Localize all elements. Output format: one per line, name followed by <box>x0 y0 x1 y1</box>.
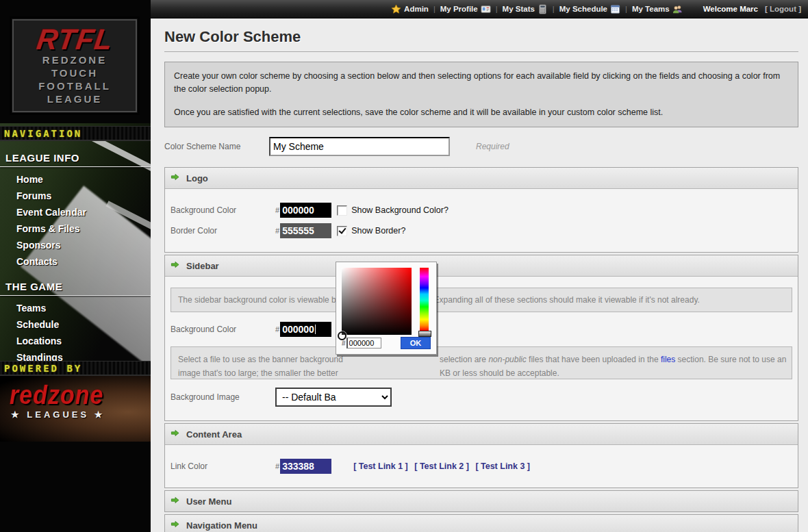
top-user-bar: Admin | My Profile | My Stats | My Sched… <box>151 0 808 18</box>
hex-color-input[interactable] <box>346 338 381 349</box>
league-logo[interactable]: RTFL REDZONE TOUCH FOOTBALL LEAGUE <box>12 19 137 112</box>
intro-info-box: Create your own color scheme by choosing… <box>164 62 798 127</box>
show-background-color-checkbox[interactable] <box>337 205 347 216</box>
sidebar-background-color-swatch[interactable]: 000000 <box>280 322 331 337</box>
section-content-area-header[interactable]: Content Area <box>165 424 798 445</box>
text-caret <box>315 325 316 334</box>
sidebar-item-teams[interactable]: Teams <box>0 300 151 316</box>
sidebar-item-event-calendar[interactable]: Event Calendar <box>0 204 151 220</box>
section-navigation-menu-title: Navigation Menu <box>186 520 257 531</box>
banner-note-fragment: KB or less should be acceptable. <box>440 367 559 379</box>
sidebar-navigation: LEAGUE INFO Home Forums Event Calendar F… <box>0 144 151 382</box>
check-icon <box>339 226 346 234</box>
calendar-icon <box>610 4 620 14</box>
section-navigation-menu-header[interactable]: Navigation Menu <box>165 515 798 532</box>
section-sidebar-header[interactable]: Sidebar <box>165 255 798 277</box>
logo-line: FOOTBALL <box>38 79 111 92</box>
sidebar-background-color-row: Background Color # 000000 <box>171 322 792 337</box>
section-logo-title: Logo <box>186 173 208 183</box>
sidebar-item-forms-files[interactable]: Forms & Files <box>0 220 151 237</box>
section-content-area: Content Area Link Color # 333388 [ Test … <box>164 423 798 488</box>
background-color-label: Background Color <box>171 325 275 334</box>
color-scheme-name-input[interactable] <box>269 137 450 156</box>
color-scheme-name-row: Color Scheme Name Required <box>164 137 798 156</box>
section-logo: Logo Background Color # 000000 Show Back… <box>164 167 798 253</box>
vcard-icon <box>481 4 491 14</box>
background-image-row: Background Image -- Default Ba <box>171 388 792 407</box>
background-image-select[interactable]: -- Default Ba <box>275 388 392 407</box>
divider <box>0 295 151 296</box>
topbar-my-teams[interactable]: My Teams <box>629 4 685 14</box>
logo-acronym: RTFL <box>35 26 114 53</box>
section-sidebar: Sidebar The sidebar background color is … <box>164 255 798 421</box>
separator: | <box>433 5 435 13</box>
sidebar-item-schedule[interactable]: Schedule <box>0 316 151 333</box>
topbar-admin[interactable]: Admin <box>388 4 431 14</box>
left-sidebar: RTFL REDZONE TOUCH FOOTBALL LEAGUE NAVIG… <box>0 0 151 532</box>
hash-prefix: # <box>275 227 279 235</box>
topbar-my-schedule[interactable]: My Schedule <box>557 4 623 14</box>
saturation-value-gradient[interactable] <box>342 268 412 335</box>
required-hint: Required <box>476 142 509 151</box>
powered-by-led-header: POWERED BY <box>0 361 151 376</box>
banner-note-fragment: image that's too large; the smaller the … <box>178 367 338 379</box>
border-color-label: Border Color <box>171 226 275 236</box>
section-user-menu-header[interactable]: User Menu <box>165 491 798 511</box>
logo-line: TOUCH <box>51 66 98 79</box>
green-arrow-icon <box>171 259 179 272</box>
link-color-row: Link Color # 333388 [ Test Link 1 ] [ Te… <box>171 459 792 474</box>
brand-name: redzone <box>10 379 151 410</box>
green-arrow-icon <box>171 519 179 531</box>
topbar-my-stats[interactable]: My Stats <box>500 4 551 14</box>
test-link-1[interactable]: [ Test Link 1 ] <box>353 461 408 471</box>
logo-border-color-row: Border Color # 555555 Show Border? <box>171 223 792 238</box>
background-image-label: Background Image <box>171 392 275 402</box>
sidebar-item-contacts[interactable]: Contacts <box>0 253 151 270</box>
section-navigation-menu: Navigation Menu <box>164 514 798 532</box>
separator: | <box>625 5 627 13</box>
logout-link[interactable]: [ Logout ] <box>765 5 801 13</box>
separator: | <box>496 5 498 13</box>
logo-background-color-swatch[interactable]: 000000 <box>280 203 331 218</box>
logo-border-color-swatch[interactable]: 555555 <box>280 223 331 238</box>
sidebar-item-home[interactable]: Home <box>0 171 151 188</box>
test-link-2[interactable]: [ Test Link 2 ] <box>414 461 469 471</box>
sidebar-item-sponsors[interactable]: Sponsors <box>0 237 151 253</box>
files-link[interactable]: files <box>661 355 675 364</box>
calculator-icon <box>538 4 548 14</box>
section-logo-header[interactable]: Logo <box>165 168 798 189</box>
banner-note-fragment: Select a file to use as the banner backg… <box>178 353 343 366</box>
nav-section-title-the-game: THE GAME <box>5 281 151 292</box>
link-color-swatch[interactable]: 333388 <box>280 459 331 474</box>
topbar-my-stats-label: My Stats <box>503 5 535 13</box>
section-sidebar-title: Sidebar <box>186 261 219 271</box>
nav-section-title-league-info: LEAGUE INFO <box>5 152 151 164</box>
show-border-checkbox[interactable] <box>337 226 347 236</box>
section-user-menu: User Menu <box>164 490 798 512</box>
hash-prefix: # <box>275 462 279 470</box>
hue-slider-handle[interactable] <box>418 331 431 337</box>
topbar-my-schedule-label: My Schedule <box>559 5 607 13</box>
color-scheme-name-label: Color Scheme Name <box>164 142 269 151</box>
separator: | <box>553 5 555 13</box>
sidebar-note: The sidebar background color is viewable… <box>171 288 792 312</box>
show-background-color-label: Show Background Color? <box>351 205 449 215</box>
topbar-my-teams-label: My Teams <box>632 5 670 13</box>
ok-button[interactable]: OK <box>401 337 431 349</box>
sidebar-item-locations[interactable]: Locations <box>0 333 151 349</box>
show-border-label: Show Border? <box>351 226 405 236</box>
sidebar-item-forums[interactable]: Forums <box>0 188 151 204</box>
intro-paragraph-1: Create your own color scheme by choosing… <box>174 70 789 97</box>
topbar-my-profile[interactable]: My Profile <box>438 4 494 14</box>
green-arrow-icon <box>171 495 179 507</box>
page-title: New Color Scheme <box>164 28 798 46</box>
welcome-user-label: Welcome Marc <box>703 5 758 13</box>
hue-strip[interactable] <box>420 268 429 331</box>
redzone-leagues-logo[interactable]: redzone ★ LEAGUES ★ <box>0 376 151 442</box>
test-link-3[interactable]: [ Test Link 3 ] <box>475 461 530 471</box>
group-icon <box>672 4 683 14</box>
background-color-label: Background Color <box>171 205 275 215</box>
brand-subtitle: ★ LEAGUES ★ <box>11 409 151 420</box>
navigation-led-header: NAVIGATION <box>0 126 151 141</box>
green-arrow-icon <box>171 172 179 184</box>
